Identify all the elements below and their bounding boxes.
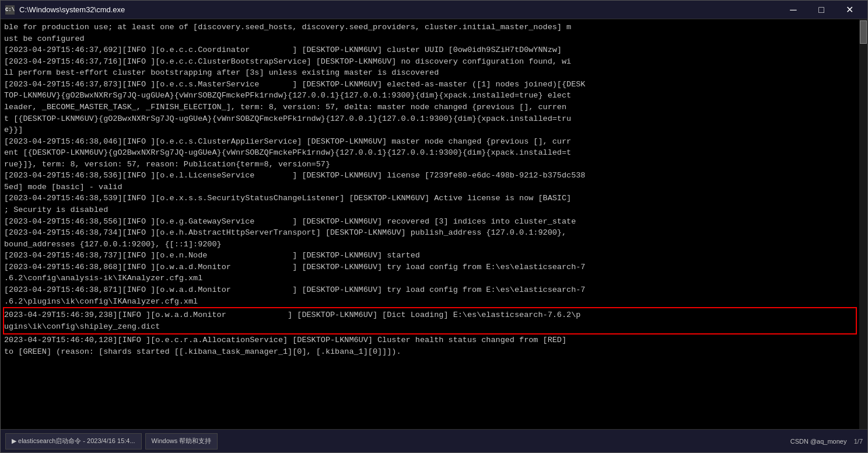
log-line: [2023-04-29T15:46:38,046][INFO ][o.e.c.s… (4, 136, 856, 148)
taskbar-item-2[interactable]: Windows 帮助和支持 (145, 433, 218, 449)
log-line: bound_addresses {127.0.0.1:9200}, {[::1]… (4, 239, 856, 250)
minimize-button[interactable]: ─ (780, 1, 807, 19)
taskbar-item-1[interactable]: ▶ elasticsearch启动命令 - 2023/4/16 15:4... (5, 433, 142, 449)
log-line: leader, _BECOME_MASTER_TASK_, _FINISH_EL… (4, 102, 856, 113)
taskbar-item-2-label: Windows 帮助和支持 (152, 437, 212, 445)
log-line: .6.2\config\analysis-ik\IKAnalyzer.cfg.x… (4, 273, 856, 284)
log-line: 5ed] mode [basic] - valid (4, 182, 856, 193)
taskbar-item-1-label: ▶ elasticsearch启动命令 - 2023/4/16 15:4... (12, 437, 135, 445)
page-info: 1/7 (854, 438, 863, 445)
taskbar: ▶ elasticsearch启动命令 - 2023/4/16 15:4... … (1, 429, 867, 452)
log-line: [2023-04-29T15:46:37,692][INFO ][o.e.c.c… (4, 44, 856, 56)
vertical-scrollbar[interactable] (859, 19, 867, 429)
log-line: [2023-04-29T15:46:38,536][INFO ][o.e.l.L… (4, 170, 856, 182)
log-line: [2023-04-29T15:46:38,539][INFO ][o.e.x.s… (4, 193, 856, 204)
log-line: .6.2\plugins\ik\config\IKAnalyzer.cfg.xm… (4, 296, 856, 308)
log-line: TOP-LKNM6UV}{gO2BwxNXRrSg7JQ-ugGUeA}{vWn… (4, 90, 856, 102)
cmd-window: C:\ C:\Windows\system32\cmd.exe ─ □ ✕ bl… (0, 0, 868, 453)
title-bar: C:\ C:\Windows\system32\cmd.exe ─ □ ✕ (1, 1, 867, 19)
log-line: rue}]}, term: 8, version: 57, reason: Pu… (4, 159, 856, 170)
maximize-button[interactable]: □ (808, 1, 835, 19)
taskbar-right: CSDN @aq_money 1/7 (790, 438, 863, 445)
csdn-badge: CSDN @aq_money (790, 438, 847, 445)
log-line: ust be configured (4, 33, 856, 45)
console-area: ble for production use; at least one of … (1, 19, 867, 429)
window-icon: C:\ (5, 5, 15, 15)
log-line: ble for production use; at least one of … (4, 22, 856, 33)
log-line: ll perform best-effort cluster bootstrap… (4, 67, 856, 79)
log-line: [2023-04-29T15:46:38,556][INFO ][o.e.g.G… (4, 216, 856, 228)
window-controls: ─ □ ✕ (780, 1, 863, 19)
highlighted-block: 2023-04-29T15:46:39,238][INFO ][o.w.a.d.… (3, 307, 857, 334)
log-line: [2023-04-29T15:46:38,737][INFO ][o.e.n.N… (4, 250, 856, 262)
console-output[interactable]: ble for production use; at least one of … (1, 19, 859, 429)
log-line: e}}] (4, 124, 856, 136)
log-line: ent [{DESKTOP-LKNM6UV}{gO2BwxNXRrSg7JQ-u… (4, 147, 856, 159)
log-line: t [{DESKTOP-LKNM6UV}{gO2BwxNXRrSg7JQ-ugG… (4, 113, 856, 125)
log-line: [2023-04-29T15:46:37,716][INFO ][o.e.c.c… (4, 56, 856, 68)
log-line: to [GREEN] (reason: [shards started [[.k… (4, 346, 856, 358)
scrollbar-thumb[interactable] (860, 20, 867, 44)
log-line: [2023-04-29T15:46:38,871][INFO ][o.w.a.d… (4, 284, 856, 296)
log-line: 2023-04-29T15:46:40,128][INFO ][o.e.c.r.… (4, 334, 856, 346)
log-line: [2023-04-29T15:46:38,734][INFO ][o.e.h.A… (4, 227, 856, 239)
window-title: C:\Windows\system32\cmd.exe (19, 5, 780, 14)
close-button[interactable]: ✕ (836, 1, 863, 19)
log-line: [2023-04-29T15:46:38,868][INFO ][o.w.a.d… (4, 262, 856, 273)
log-line: ; Security is disabled (4, 204, 856, 216)
log-line: [2023-04-29T15:46:37,873][INFO ][o.e.c.s… (4, 79, 856, 90)
